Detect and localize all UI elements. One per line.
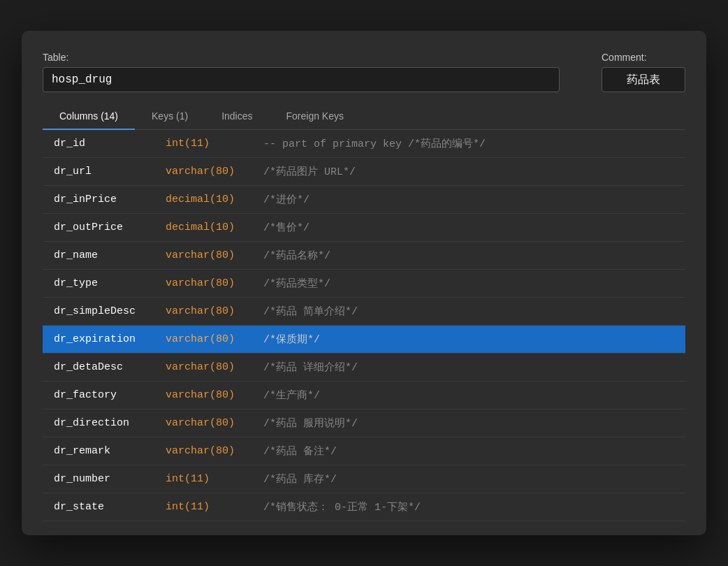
col-type: decimal(10) bbox=[166, 222, 263, 233]
col-name: dr_id bbox=[54, 138, 166, 150]
table-row[interactable]: dr_type varchar(80) /*药品类型*/ bbox=[43, 270, 685, 298]
table-row[interactable]: dr_outPrice decimal(10) /*售价*/ bbox=[43, 214, 685, 242]
tab-columns[interactable]: Columns (14) bbox=[43, 103, 135, 130]
col-name: dr_state bbox=[54, 501, 166, 513]
col-type: varchar(80) bbox=[166, 389, 263, 401]
table-row[interactable]: dr_url varchar(80) /*药品图片 URL*/ bbox=[43, 158, 685, 186]
tab-foreign-keys[interactable]: Foreign Keys bbox=[270, 103, 361, 130]
col-name: dr_number bbox=[54, 473, 166, 485]
tab-indices[interactable]: Indices bbox=[205, 103, 269, 130]
table-row[interactable]: dr_state int(11) /*销售状态： 0-正常 1-下架*/ bbox=[43, 493, 685, 521]
col-comment: /*药品图片 URL*/ bbox=[263, 165, 356, 178]
col-name: dr_outPrice bbox=[54, 222, 166, 233]
table-row-selected[interactable]: dr_expiration varchar(80) /*保质期*/ bbox=[43, 326, 685, 354]
col-comment: /*售价*/ bbox=[263, 221, 310, 234]
header-row: Table: Comment: bbox=[43, 52, 685, 92]
col-comment: /*进价*/ bbox=[263, 193, 310, 206]
col-comment: -- part of primary key /*药品的编号*/ bbox=[263, 137, 486, 150]
col-type: int(11) bbox=[166, 138, 263, 150]
comment-label: Comment: bbox=[602, 52, 685, 63]
col-name: dr_detaDesc bbox=[54, 361, 166, 373]
col-name: dr_remark bbox=[54, 445, 166, 457]
col-name: dr_inPrice bbox=[54, 194, 166, 205]
table-row[interactable]: dr_simpleDesc varchar(80) /*药品 简单介绍*/ bbox=[43, 298, 685, 326]
col-type: varchar(80) bbox=[166, 361, 263, 373]
table-name-input[interactable] bbox=[43, 67, 560, 92]
col-comment: /*药品 简单介绍*/ bbox=[263, 305, 358, 318]
table-row[interactable]: dr_number int(11) /*药品 库存*/ bbox=[43, 465, 685, 493]
col-name: dr_factory bbox=[54, 389, 166, 401]
col-comment: /*药品类型*/ bbox=[263, 277, 330, 290]
col-comment: /*药品 详细介绍*/ bbox=[263, 361, 358, 374]
col-comment: /*药品 备注*/ bbox=[263, 444, 337, 458]
col-type: varchar(80) bbox=[166, 249, 263, 261]
col-comment: /*生产商*/ bbox=[263, 389, 320, 402]
col-name: dr_name bbox=[54, 249, 166, 261]
comment-input[interactable] bbox=[602, 67, 685, 92]
col-type: varchar(80) bbox=[166, 333, 263, 345]
col-name: dr_direction bbox=[54, 417, 166, 429]
table-field-group: Table: bbox=[43, 52, 560, 92]
col-type: varchar(80) bbox=[166, 166, 263, 177]
col-name: dr_url bbox=[54, 166, 166, 177]
table-row[interactable]: dr_id int(11) -- part of primary key /*药… bbox=[43, 130, 685, 158]
tab-keys[interactable]: Keys (1) bbox=[135, 103, 205, 130]
col-comment: /*保质期*/ bbox=[263, 333, 320, 346]
comment-field-group: Comment: bbox=[602, 52, 685, 92]
col-name: dr_expiration bbox=[54, 333, 166, 345]
col-type: int(11) bbox=[166, 501, 263, 513]
table-label: Table: bbox=[43, 52, 560, 63]
col-name: dr_simpleDesc bbox=[54, 305, 166, 317]
col-comment: /*药品 库存*/ bbox=[263, 472, 337, 486]
main-dialog: Table: Comment: Columns (14) Keys (1) In… bbox=[22, 31, 706, 535]
table-row[interactable]: dr_detaDesc varchar(80) /*药品 详细介绍*/ bbox=[43, 354, 685, 382]
table-row[interactable]: dr_factory varchar(80) /*生产商*/ bbox=[43, 382, 685, 409]
col-type: varchar(80) bbox=[166, 305, 263, 317]
table-row[interactable]: dr_direction varchar(80) /*药品 服用说明*/ bbox=[43, 409, 685, 437]
col-comment: /*药品名称*/ bbox=[263, 249, 330, 262]
table-row[interactable]: dr_name varchar(80) /*药品名称*/ bbox=[43, 242, 685, 270]
col-type: varchar(80) bbox=[166, 417, 263, 429]
table-row[interactable]: dr_inPrice decimal(10) /*进价*/ bbox=[43, 186, 685, 214]
col-type: varchar(80) bbox=[166, 445, 263, 457]
col-type: varchar(80) bbox=[166, 277, 263, 289]
table-row[interactable]: dr_remark varchar(80) /*药品 备注*/ bbox=[43, 437, 685, 465]
col-comment: /*药品 服用说明*/ bbox=[263, 416, 358, 430]
columns-list: dr_id int(11) -- part of primary key /*药… bbox=[43, 130, 685, 521]
col-comment: /*销售状态： 0-正常 1-下架*/ bbox=[263, 500, 421, 514]
tabs-container: Columns (14) Keys (1) Indices Foreign Ke… bbox=[43, 103, 685, 130]
col-type: decimal(10) bbox=[166, 194, 263, 205]
col-type: int(11) bbox=[166, 473, 263, 485]
col-name: dr_type bbox=[54, 277, 166, 289]
